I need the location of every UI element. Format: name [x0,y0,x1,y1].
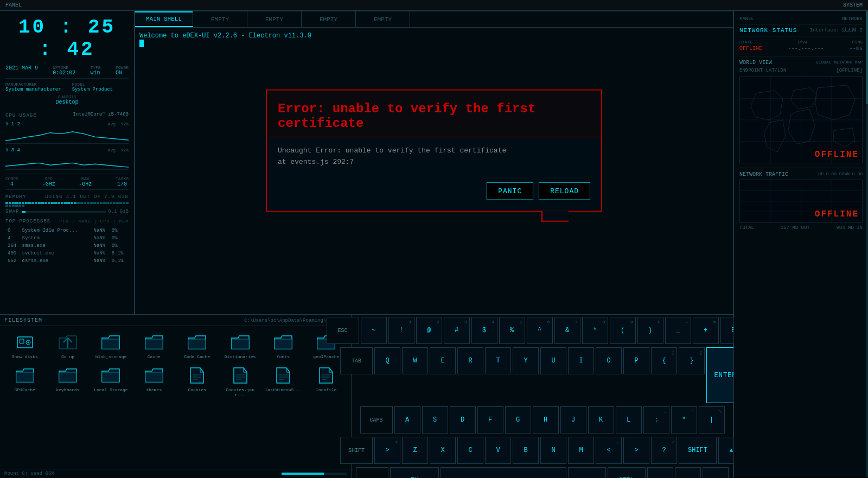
key-p[interactable]: P [623,347,649,374]
key-d[interactable]: D [450,406,476,434]
key-t[interactable]: T [485,347,511,374]
fs-item[interactable]: GPUCache [4,364,45,399]
right-panel-topbar: PANEL NETWORK [739,16,863,24]
key-s[interactable]: S [422,406,448,434]
key-fn[interactable]: FN [390,467,439,478]
fs-item-label: themes [146,387,162,392]
terminal-tab-1[interactable]: EMPTY [193,11,247,27]
key-period[interactable]: .> [623,437,649,464]
network-interface: Interface: 以太网 2 [810,27,863,34]
key-down-arrow[interactable]: ▼ [675,467,701,478]
key-4[interactable]: 4$ [471,317,497,344]
key-m[interactable]: M [568,437,594,464]
cpu-usage-label: CPU USAGE [5,113,37,118]
terminal-tab-4[interactable]: EMPTY [356,11,410,27]
key-2[interactable]: 2@ [416,317,442,344]
fs-item[interactable]: Go up [47,330,88,361]
key-comma[interactable]: ,< [596,437,622,464]
key-g[interactable]: G [505,406,531,434]
key-slash[interactable]: /? [651,437,677,464]
key-rbracket[interactable]: ]} [679,347,705,374]
network-status-title: NETWORK STATUS [739,27,797,34]
key-shift-right[interactable]: SHIFT [679,437,717,464]
key-semicolon[interactable]: ;: [643,406,669,434]
key-a[interactable]: A [394,406,420,434]
terminal-tab-2[interactable]: EMPTY [247,11,302,27]
key-shift-left[interactable]: SHIFT [340,437,373,464]
key-7[interactable]: 7& [554,317,580,344]
key-f[interactable]: F [477,406,503,434]
key-q[interactable]: Q [374,347,400,374]
fs-item[interactable]: keyboards [47,364,88,399]
key-caps[interactable]: CAPS [360,406,393,434]
key-r[interactable]: R [457,347,483,374]
key-x[interactable]: X [430,437,456,464]
key-9[interactable]: 9( [610,317,636,344]
key-j[interactable]: J [560,406,586,434]
table-row: 0System Idle Proc...NaN%0% [7,227,127,234]
key-5[interactable]: 5% [499,317,525,344]
caps-label: CAPS [369,417,382,423]
key-i[interactable]: I [568,347,594,374]
key-3[interactable]: 3# [444,317,470,344]
fs-item[interactable]: Local Storage [91,364,131,399]
key-e[interactable]: E [430,347,456,374]
key-w[interactable]: W [402,347,428,374]
key-ctrl-left[interactable]: CTRL [356,467,388,478]
fs-item-label: Cookies-jour... [221,387,259,397]
fs-item[interactable]: Cookies [177,364,218,399]
key-6[interactable]: 6^ [527,317,553,344]
key-z[interactable]: Z [402,437,428,464]
terminal-tab-0[interactable]: MAIN SHELL [135,11,193,27]
key-1[interactable]: 1! [388,317,414,344]
key-u[interactable]: U [540,347,566,374]
key-8[interactable]: 8* [582,317,608,344]
panic-button[interactable]: PANIC [487,182,533,200]
key-l[interactable]: L [616,406,642,434]
key-k[interactable]: K [588,406,614,434]
fs-item[interactable]: Cookies-jour... [220,364,260,399]
tasks-stat: TASKS 170 [116,176,129,187]
fs-item[interactable]: Dictionaries [220,330,260,361]
fs-item[interactable]: blob_storage [91,330,131,361]
fs-item[interactable]: Cache [133,330,174,361]
fs-item[interactable]: lastWindowS... [263,364,303,399]
key-space[interactable] [441,467,566,478]
key-lessthan[interactable]: <> [374,437,400,464]
memory-label: MEMORY USING 4.1 OUT OF 7.9 GiB [5,194,129,200]
key-tilde[interactable]: `~ [361,317,387,344]
keyboard-row-1: ESC `~ 1! 2@ 3# 4$ 5% 6^ 7& 8* 9( 0) -_ … [352,315,733,346]
endpoint-value: [OFFLINE] [836,68,863,73]
reload-button[interactable]: RELOAD [539,182,590,200]
key-o[interactable]: O [596,347,622,374]
key-equals[interactable]: =+ [693,317,719,344]
fs-item[interactable]: Show disks [4,330,45,361]
fs-item-label: Dictionaries [225,354,256,359]
key-tab[interactable]: TAB [340,347,373,374]
key-v[interactable]: V [485,437,511,464]
key-minus[interactable]: -_ [665,317,691,344]
key-y[interactable]: Y [513,347,539,374]
key-backslash[interactable]: \| [699,406,725,434]
fs-item-label: lastWindowS... [265,387,301,392]
error-dialog: Error: unable to verify the first certif… [266,90,602,212]
key-left-arrow[interactable]: ◄ [647,467,673,478]
tasks-label: TASKS [116,176,129,181]
key-esc[interactable]: ESC [327,317,359,344]
key-ctrl-right[interactable]: CTRL [608,467,646,478]
fs-item[interactable]: fonts [263,330,303,361]
cores-row: CORES 4 SPD -GHz MAX -GHz TASKS 170 [5,174,129,190]
key-altgr[interactable]: ALT GR [568,467,606,478]
terminal-tab-3[interactable]: EMPTY [302,11,356,27]
key-n[interactable]: N [540,437,566,464]
key-quote[interactable]: '" [671,406,697,434]
scroll-edge[interactable] [866,11,868,477]
key-0[interactable]: 0) [637,317,663,344]
key-right-arrow[interactable]: ► [703,467,729,478]
key-c[interactable]: C [457,437,483,464]
key-lbracket[interactable]: [{ [651,347,677,374]
fs-item[interactable]: themes [133,364,174,399]
key-h[interactable]: H [533,406,559,434]
key-b[interactable]: B [513,437,539,464]
fs-item[interactable]: Code Cache [177,330,218,361]
